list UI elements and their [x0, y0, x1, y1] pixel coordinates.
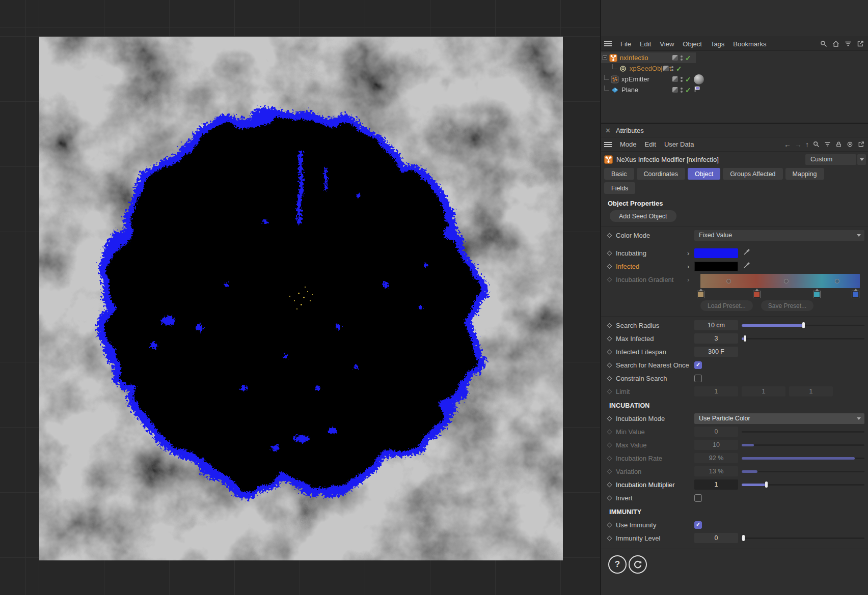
tree-item-xpemitter[interactable]: xpEmitter ✓ — [601, 74, 868, 84]
eyedropper-icon[interactable] — [743, 262, 750, 271]
search-icon[interactable] — [812, 140, 820, 148]
keyframe-diamond-icon[interactable] — [607, 233, 612, 238]
gradient-knot[interactable] — [697, 291, 704, 298]
keyframe-diamond-icon[interactable] — [607, 442, 612, 447]
min-value-slider[interactable] — [742, 428, 864, 435]
back-icon[interactable]: ← — [784, 141, 791, 148]
popout-icon[interactable] — [857, 140, 865, 148]
menu-tags[interactable]: Tags — [711, 40, 724, 48]
variation-field[interactable]: 13 % — [694, 466, 738, 476]
gradient-knot[interactable] — [813, 291, 820, 298]
save-preset-button[interactable]: Save Preset... — [761, 300, 813, 311]
up-icon[interactable]: ↑ — [805, 141, 809, 148]
keyframe-diamond-icon[interactable] — [607, 323, 612, 328]
search-radius-field[interactable]: 10 cm — [694, 320, 738, 330]
material-thumbnail[interactable] — [694, 74, 704, 84]
keyframe-diamond-icon[interactable] — [607, 389, 612, 394]
visibility-dots-icon[interactable] — [681, 88, 683, 93]
flag-tag-icon[interactable] — [694, 86, 700, 94]
expand-chevron-icon[interactable]: › — [687, 276, 694, 284]
menu-file[interactable]: File — [620, 40, 631, 48]
variation-slider[interactable] — [742, 468, 864, 475]
use-immunity-checkbox[interactable] — [694, 521, 702, 529]
keyframe-diamond-icon[interactable] — [607, 535, 612, 541]
eyedropper-icon[interactable] — [743, 248, 750, 258]
limit-y-field[interactable]: 1 — [742, 386, 785, 396]
max-value-field[interactable]: 10 — [694, 440, 738, 450]
keyframe-diamond-icon[interactable] — [607, 376, 612, 381]
menu-mode[interactable]: Mode — [620, 140, 637, 148]
constrain-search-checkbox[interactable] — [694, 375, 702, 382]
infected-lifespan-field[interactable]: 300 F — [694, 347, 738, 357]
keyframe-diamond-icon[interactable] — [607, 522, 612, 527]
keyframe-diamond-icon[interactable] — [607, 362, 612, 367]
tab-object[interactable]: Object — [688, 168, 720, 180]
search-icon[interactable] — [820, 40, 827, 48]
keyframe-diamond-icon[interactable] — [607, 482, 612, 487]
min-value-field[interactable]: 0 — [694, 427, 738, 437]
layer-icon[interactable] — [672, 55, 678, 61]
menu-object[interactable]: Object — [683, 40, 702, 48]
enabled-check-icon[interactable]: ✓ — [685, 76, 691, 83]
max-infected-slider[interactable] — [742, 335, 864, 342]
keyframe-diamond-icon[interactable] — [607, 277, 612, 282]
menu-user-data[interactable]: User Data — [664, 140, 694, 148]
layer-icon[interactable] — [672, 76, 678, 82]
slider-handle[interactable] — [742, 535, 745, 541]
incubation-mode-dropdown[interactable]: Use Particle Color — [694, 413, 864, 424]
tab-groups-affected[interactable]: Groups Affected — [723, 168, 782, 180]
keyframe-diamond-icon[interactable] — [607, 469, 612, 474]
keyframe-diamond-icon[interactable] — [607, 456, 612, 461]
filter-icon[interactable] — [824, 140, 831, 148]
slider-handle[interactable] — [802, 322, 805, 328]
target-icon[interactable] — [846, 140, 854, 148]
reset-icon[interactable] — [629, 555, 647, 574]
search-radius-slider[interactable] — [742, 322, 864, 329]
gradient-knot[interactable] — [753, 291, 760, 298]
gradient-midpoint-handle[interactable] — [784, 279, 789, 284]
help-icon[interactable]: ? — [608, 555, 627, 574]
tab-basic[interactable]: Basic — [604, 168, 634, 180]
tab-coordinates[interactable]: Coordinates — [637, 168, 685, 180]
gradient-knot[interactable] — [852, 291, 859, 298]
visibility-dots-icon[interactable] — [671, 66, 673, 71]
gradient-midpoint-handle[interactable] — [726, 279, 731, 284]
visibility-dots-icon[interactable] — [681, 55, 683, 61]
incubation-rate-slider[interactable] — [742, 455, 864, 462]
menu-edit[interactable]: Edit — [645, 140, 656, 148]
keyframe-diamond-icon[interactable] — [607, 429, 612, 434]
popout-icon[interactable] — [856, 40, 864, 48]
load-preset-button[interactable]: Load Preset... — [700, 300, 753, 311]
layer-icon[interactable] — [672, 87, 678, 93]
keyframe-diamond-icon[interactable] — [607, 250, 612, 256]
enabled-check-icon[interactable]: ✓ — [685, 87, 691, 94]
gradient-midpoint-handle[interactable] — [835, 279, 839, 284]
visibility-dots-icon[interactable] — [681, 77, 683, 82]
forward-icon[interactable]: → — [795, 141, 802, 148]
menu-view[interactable]: View — [660, 40, 674, 48]
limit-x-field[interactable]: 1 — [694, 386, 738, 396]
tab-fields[interactable]: Fields — [604, 182, 635, 194]
lock-icon[interactable] — [835, 140, 843, 148]
layer-icon[interactable] — [663, 66, 669, 71]
viewport-3d[interactable] — [0, 0, 600, 595]
tree-item-plane[interactable]: Plane ✓ — [601, 84, 868, 95]
filter-icon[interactable] — [844, 40, 852, 48]
keyframe-diamond-icon[interactable] — [607, 336, 612, 341]
expand-chevron-icon[interactable]: › — [687, 263, 694, 270]
keyframe-diamond-icon[interactable] — [607, 416, 612, 421]
enabled-check-icon[interactable]: ✓ — [685, 54, 691, 62]
immunity-level-field[interactable]: 0 — [694, 533, 738, 543]
infected-color-swatch[interactable] — [694, 262, 738, 271]
expand-toggle-icon[interactable] — [603, 55, 607, 60]
color-mode-dropdown[interactable]: Fixed Value — [694, 230, 864, 241]
incubating-color-swatch[interactable] — [694, 248, 738, 258]
incubation-multiplier-slider[interactable] — [742, 481, 864, 488]
enabled-check-icon[interactable]: ✓ — [676, 65, 682, 72]
incubation-multiplier-field[interactable]: 1 — [694, 479, 738, 490]
keyframe-diamond-icon[interactable] — [607, 495, 612, 500]
menu-bookmarks[interactable]: Bookmarks — [733, 40, 766, 48]
menu-edit[interactable]: Edit — [640, 40, 651, 48]
limit-z-field[interactable]: 1 — [789, 386, 833, 396]
gradient-bar[interactable] — [700, 274, 860, 288]
